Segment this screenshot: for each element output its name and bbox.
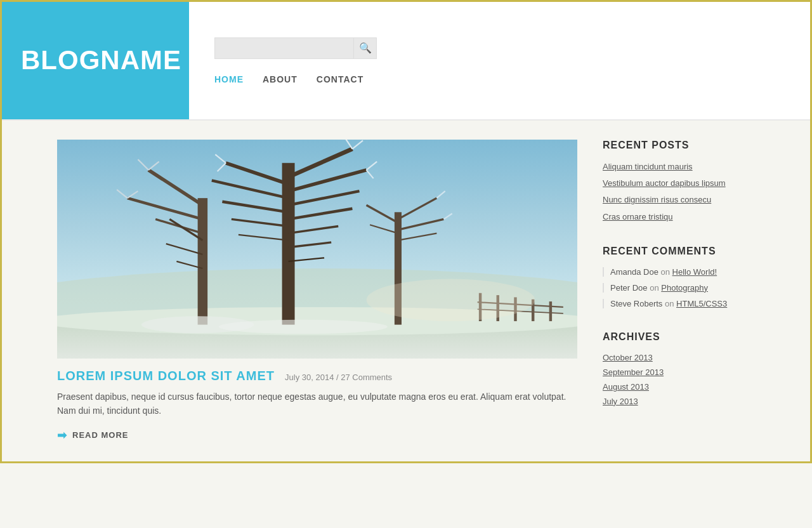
archives-section: ARCHIVES October 2013 September 2013 Aug… — [603, 331, 755, 406]
main-nav: HOME ABOUT CONTACT — [214, 74, 785, 84]
header-right: 🔍 HOME ABOUT CONTACT — [189, 2, 810, 119]
post-title[interactable]: LOREM IPSUM DOLOR SIT AMET — [57, 369, 275, 383]
comment-3-on: on — [665, 299, 676, 308]
recent-post-3[interactable]: Nunc dignissim risus consecu — [603, 194, 755, 206]
logo-block: BLOGNAME — [2, 2, 189, 119]
post-image — [57, 140, 577, 359]
comment-2-on: on — [650, 283, 661, 293]
archive-2[interactable]: September 2013 — [603, 367, 755, 377]
sidebar: RECENT POSTS Aliquam tincidunt mauris Ve… — [603, 140, 755, 442]
post-title-row: LOREM IPSUM DOLOR SIT AMET July 30, 2014… — [57, 369, 577, 383]
comment-1-link[interactable]: Hello World! — [672, 267, 717, 277]
content-area: LOREM IPSUM DOLOR SIT AMET July 30, 2014… — [57, 140, 577, 442]
search-button[interactable]: 🔍 — [354, 37, 377, 59]
comment-2-link[interactable]: Photography — [661, 283, 708, 293]
recent-comments-heading: RECENT COMMENTS — [603, 246, 755, 257]
site-logo[interactable]: BLOGNAME — [21, 46, 181, 75]
svg-rect-15 — [282, 163, 295, 325]
nav-contact[interactable]: CONTACT — [317, 74, 363, 84]
comment-2-author: Peter Doe — [610, 283, 648, 293]
archive-3[interactable]: August 2013 — [603, 382, 755, 392]
comment-3: Steve Roberts on HTML5/CSS3 — [603, 299, 755, 308]
archive-4[interactable]: July 2013 — [603, 397, 755, 406]
comment-1: Amanda Doe on Hello World! — [603, 267, 755, 277]
search-bar: 🔍 — [214, 37, 785, 59]
comment-1-author: Amanda Doe — [610, 267, 658, 277]
archives-heading: ARCHIVES — [603, 331, 755, 343]
comment-2: Peter Doe on Photography — [603, 283, 755, 293]
post-image-inner — [57, 140, 577, 359]
comment-3-author: Steve Roberts — [610, 299, 662, 308]
recent-post-4[interactable]: Cras ornare tristiqu — [603, 211, 755, 223]
svg-rect-46 — [549, 301, 552, 321]
nav-home[interactable]: HOME — [214, 74, 244, 84]
read-more-icon: ➡ — [57, 428, 67, 442]
post-meta: July 30, 2014 / 27 Comments — [285, 373, 392, 382]
post-excerpt: Praesent dapibus, neque id cursus faucib… — [57, 390, 577, 418]
recent-post-2[interactable]: Vestibulum auctor dapibus lipsum — [603, 178, 755, 189]
recent-comments-section: RECENT COMMENTS Amanda Doe on Hello Worl… — [603, 246, 755, 308]
archive-1[interactable]: October 2013 — [603, 353, 755, 362]
header: BLOGNAME 🔍 HOME ABOUT CONTACT — [2, 2, 810, 121]
recent-posts-section: RECENT POSTS Aliquam tincidunt mauris Ve… — [603, 140, 755, 223]
main-layout: LOREM IPSUM DOLOR SIT AMET July 30, 2014… — [44, 121, 768, 461]
read-more-link[interactable]: ➡ READ MORE — [57, 428, 577, 442]
comment-1-on: on — [661, 267, 672, 277]
recent-posts-heading: RECENT POSTS — [603, 140, 755, 151]
nav-about[interactable]: ABOUT — [263, 74, 298, 84]
read-more-label: READ MORE — [72, 430, 128, 440]
recent-post-1[interactable]: Aliquam tincidunt mauris — [603, 161, 755, 173]
svg-point-50 — [219, 320, 388, 334]
svg-point-51 — [367, 279, 535, 321]
search-input[interactable] — [214, 37, 354, 59]
comment-3-link[interactable]: HTML5/CSS3 — [676, 299, 727, 308]
